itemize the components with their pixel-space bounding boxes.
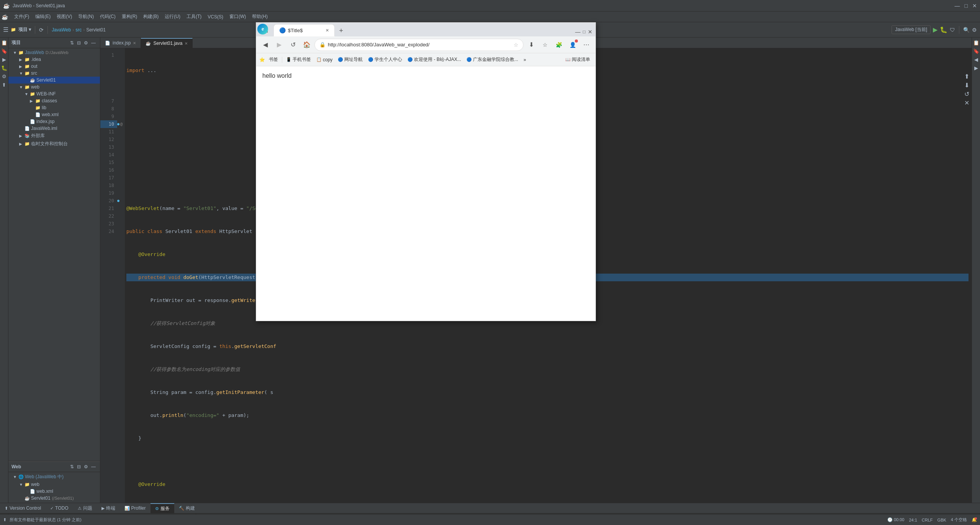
left-tool-bookmark[interactable]: 🔖 bbox=[0, 48, 8, 55]
menu-item-build[interactable]: 构建(B) bbox=[140, 12, 162, 21]
tree-item-servlet01[interactable]: ☕ Servlet01 bbox=[8, 77, 100, 84]
tree-item-idea[interactable]: ▶ 📁 .idea bbox=[8, 56, 100, 63]
project-panel-align-btn[interactable]: ⇅ bbox=[69, 40, 75, 46]
web-panel-hide-btn[interactable]: — bbox=[90, 464, 97, 470]
toolbar-coverage-btn[interactable]: 🛡 bbox=[950, 27, 955, 33]
deploy-action-remove[interactable]: ✕ bbox=[964, 99, 969, 107]
tree-item-web[interactable]: ▼ 📁 web bbox=[8, 84, 100, 90]
tree-item-classes[interactable]: ▶ 📁 classes bbox=[8, 97, 100, 104]
right-tool-3[interactable]: ◀ bbox=[973, 56, 979, 63]
bookmark-finance[interactable]: 🔵广东金融学院综合教... bbox=[464, 56, 520, 64]
tab-services[interactable]: ⚙ 服务 bbox=[151, 503, 174, 513]
tree-item-lib[interactable]: 📁 lib bbox=[8, 104, 100, 111]
web-tree-servlet01[interactable]: ☕ Servlet01 (/Servlet01) bbox=[8, 495, 100, 502]
tree-item-webxml[interactable]: 📄 web.xml bbox=[8, 111, 100, 118]
menu-item-nav[interactable]: 导航(N) bbox=[75, 12, 97, 21]
menu-item-edit[interactable]: 编辑(E) bbox=[32, 12, 54, 21]
status-position[interactable]: 24:1 bbox=[909, 518, 917, 522]
tab-problems[interactable]: ⚠ 问题 bbox=[73, 503, 97, 513]
tree-item-javaweb-iml[interactable]: 📄 JavaWeb.iml bbox=[8, 125, 100, 132]
browser-favorites-btn[interactable]: ☆ bbox=[539, 39, 551, 51]
browser-refresh-btn[interactable]: ↺ bbox=[287, 39, 299, 51]
menu-item-view[interactable]: 视图(V) bbox=[54, 12, 75, 21]
toolbar-sync-icon[interactable]: ⟳ bbox=[39, 27, 44, 33]
browser-tab-close-btn[interactable]: ✕ bbox=[326, 28, 329, 33]
left-tool-debug[interactable]: 🐛 bbox=[0, 64, 8, 72]
menu-item-code[interactable]: 代码(C) bbox=[97, 12, 119, 21]
tab-index-jsp[interactable]: 📄 index.jsp ✕ bbox=[100, 38, 141, 48]
bookmark-nav[interactable]: 🔵网址导航 bbox=[335, 56, 365, 64]
left-tool-structure[interactable]: 📋 bbox=[0, 39, 8, 46]
bookmark-bookmarks[interactable]: 书签 bbox=[267, 56, 280, 64]
left-tool-git[interactable]: ⬆ bbox=[1, 81, 7, 89]
web-tree-web[interactable]: ▼ 📁 web bbox=[8, 481, 100, 488]
left-tool-run[interactable]: ▶ bbox=[2, 56, 7, 63]
deploy-action-up[interactable]: ⬆ bbox=[964, 73, 969, 80]
tree-item-scratch[interactable]: ▶ 📁 临时文件和控制台 bbox=[8, 140, 100, 148]
browser-win-minimize[interactable]: — bbox=[575, 29, 581, 35]
right-tool-1[interactable]: 📋 bbox=[972, 39, 980, 46]
browser-win-maximize[interactable]: □ bbox=[583, 29, 586, 34]
tab-build[interactable]: 🔨 构建 bbox=[174, 503, 200, 513]
browser-download-btn[interactable]: ⬇ bbox=[525, 39, 537, 51]
tree-item-libs[interactable]: ▶ 📚 外部库 bbox=[8, 132, 100, 140]
breadcrumb-root[interactable]: JavaWeb bbox=[52, 27, 71, 33]
tab-servlet01-close[interactable]: ✕ bbox=[185, 41, 188, 46]
menu-item-window[interactable]: 窗口(W) bbox=[226, 12, 249, 21]
status-indent[interactable]: 4 个空格 bbox=[951, 517, 967, 523]
browser-home-btn[interactable]: 🏠 bbox=[301, 39, 313, 51]
browser-extensions-btn[interactable]: 🧩 bbox=[553, 39, 565, 51]
web-panel-collapse-btn[interactable]: ⊟ bbox=[76, 464, 82, 470]
bookmark-copy[interactable]: 📋copy bbox=[314, 56, 335, 63]
menu-item-vcs[interactable]: VCS(S) bbox=[205, 13, 226, 21]
browser-menu-btn[interactable]: ⋯ bbox=[580, 39, 592, 51]
maximize-btn[interactable]: □ bbox=[965, 3, 968, 9]
menu-item-run[interactable]: 运行(U) bbox=[162, 12, 183, 21]
bookmark-reading-list[interactable]: 📖阅读清单 bbox=[563, 56, 592, 64]
right-tool-2[interactable]: 🔖 bbox=[972, 48, 980, 55]
browser-win-close[interactable]: ✕ bbox=[588, 29, 592, 35]
project-panel-settings-btn[interactable]: ⚙ bbox=[83, 40, 89, 46]
menu-item-help[interactable]: 帮助(H) bbox=[249, 12, 271, 21]
status-encoding[interactable]: GBK bbox=[937, 518, 946, 522]
toolbar-menu-icon[interactable]: ☰ bbox=[3, 26, 8, 33]
browser-address-bar[interactable]: 🔒 http://localhost:8080/JavaWeb_war_expl… bbox=[314, 39, 524, 51]
browser-tab-m[interactable]: M bbox=[259, 25, 273, 36]
tree-item-src[interactable]: ▼ 📁 src bbox=[8, 70, 100, 77]
web-tree-webxml[interactable]: 📄 web.xml bbox=[8, 488, 100, 495]
deploy-action-refresh[interactable]: ↺ bbox=[964, 90, 969, 98]
bookmark-more[interactable]: » bbox=[521, 56, 528, 63]
toolbar-debug-btn[interactable]: 🐛 bbox=[940, 26, 947, 33]
menu-item-tools[interactable]: 工具(T) bbox=[183, 12, 205, 21]
toolbar-search-btn[interactable]: 🔍 bbox=[963, 27, 970, 33]
tree-item-root[interactable]: ▼ 📁 JavaWeb D:/JavaWeb bbox=[8, 49, 100, 56]
breadcrumb-class[interactable]: Servlet01 bbox=[86, 27, 106, 33]
project-panel-hide-btn[interactable]: — bbox=[90, 40, 97, 46]
menu-item-refactor[interactable]: 重构(R) bbox=[119, 12, 141, 21]
browser-forward-btn[interactable]: ▶ bbox=[273, 39, 285, 51]
deploy-action-down[interactable]: ⬇ bbox=[964, 82, 969, 89]
right-tool-4[interactable]: ▶ bbox=[973, 64, 979, 72]
tree-item-indexjsp[interactable]: 📄 index.jsp bbox=[8, 118, 100, 125]
web-panel-settings-btn[interactable]: ⚙ bbox=[83, 464, 89, 470]
bookmark-student[interactable]: 🔵学生个人中心 bbox=[366, 56, 404, 64]
tab-profiler[interactable]: 📊 Profiler bbox=[120, 503, 151, 513]
bookmark-mobile[interactable]: 📱手机书签 bbox=[284, 56, 313, 64]
status-notifications[interactable]: 🔔 bbox=[972, 517, 977, 522]
breadcrumb-src[interactable]: src bbox=[75, 27, 82, 33]
browser-new-tab-btn[interactable]: + bbox=[335, 25, 347, 36]
close-btn[interactable]: ✕ bbox=[972, 3, 977, 9]
browser-star-icon[interactable]: ☆ bbox=[514, 42, 519, 48]
web-tree-root[interactable]: ▼ 🌐 Web (JavaWeb 中) bbox=[8, 473, 100, 481]
minimize-btn[interactable]: — bbox=[955, 3, 960, 9]
tab-version-control[interactable]: ⬆ Version Control bbox=[0, 503, 46, 513]
tab-index-jsp-close[interactable]: ✕ bbox=[133, 41, 136, 45]
status-crlf[interactable]: CRLF bbox=[922, 518, 933, 522]
left-tool-services[interactable]: ⚙ bbox=[1, 73, 7, 80]
tab-servlet01[interactable]: ☕ Servlet01.java ✕ bbox=[141, 38, 193, 48]
toolbar-run-btn[interactable]: ▶ bbox=[933, 26, 937, 33]
tree-item-webinf[interactable]: ▼ 📁 WEB-INF bbox=[8, 90, 100, 97]
browser-back-btn[interactable]: ◀ bbox=[259, 39, 272, 51]
tab-todo[interactable]: ✓ TODO bbox=[46, 503, 73, 513]
tree-item-out[interactable]: ▶ 📁 out bbox=[8, 63, 100, 70]
